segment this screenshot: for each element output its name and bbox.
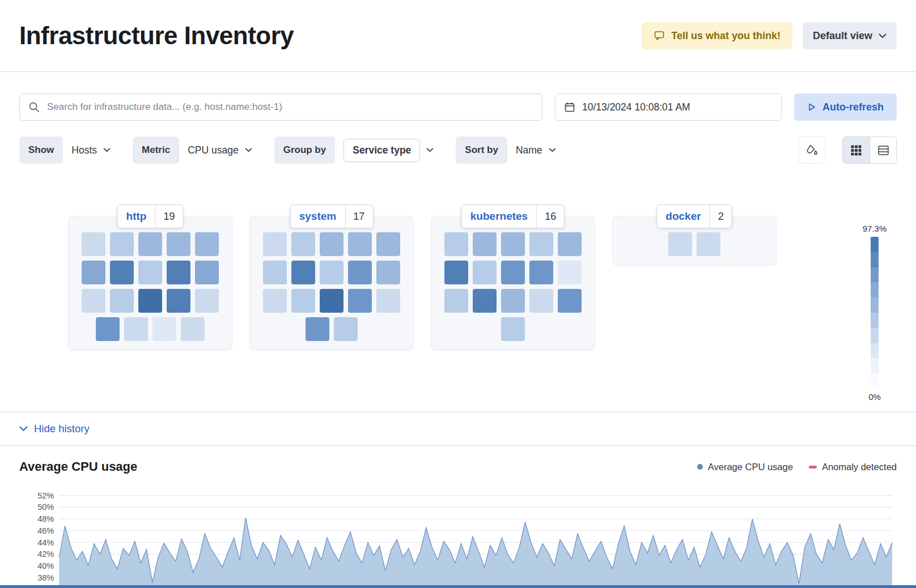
feedback-button[interactable]: Tell us what you think!: [642, 22, 792, 49]
host-node[interactable]: [558, 261, 582, 284]
color-palette-button[interactable]: [798, 137, 825, 164]
host-node[interactable]: [348, 289, 372, 313]
filter-toolbar: Show Hosts Metric CPU usage Group by Ser…: [0, 121, 916, 164]
host-node[interactable]: [291, 261, 315, 284]
host-node[interactable]: [444, 289, 468, 313]
table-view-button[interactable]: [870, 137, 896, 163]
host-node[interactable]: [501, 232, 525, 256]
cpu-history-chart[interactable]: 52%50%48%46%44%42%40%38%36%12:00:0015:00…: [19, 479, 897, 588]
group-name[interactable]: docker: [657, 210, 709, 223]
host-node[interactable]: [529, 289, 553, 313]
host-node[interactable]: [181, 317, 205, 341]
host-node[interactable]: [320, 289, 343, 313]
host-node[interactable]: [82, 261, 105, 284]
host-node[interactable]: [124, 317, 148, 341]
panel-resize-handle[interactable]: [0, 585, 916, 588]
waffle-groups: http19system17kubernetes16docker2: [0, 216, 916, 351]
host-node[interactable]: [195, 261, 219, 284]
group-by-filter-select[interactable]: Service type: [335, 137, 442, 164]
node-row: [444, 289, 582, 313]
host-node[interactable]: [138, 232, 162, 256]
host-node[interactable]: [167, 261, 190, 284]
group-name[interactable]: kubernetes: [462, 210, 536, 223]
page-title: Infrastructure Inventory: [19, 22, 294, 50]
query-toolbar: 10/13/2024 10:08:01 AM Auto-refresh: [0, 72, 916, 121]
chart-legend-item[interactable]: Anomaly detected: [809, 462, 897, 472]
host-node[interactable]: [96, 317, 120, 341]
sort-by-filter-select[interactable]: Name: [507, 137, 565, 164]
host-node[interactable]: [291, 289, 315, 313]
table-view-icon: [878, 145, 889, 156]
host-node[interactable]: [263, 261, 287, 284]
host-node[interactable]: [82, 232, 105, 256]
chevron-down-icon: [426, 148, 434, 152]
show-filter-select[interactable]: Hosts: [63, 137, 119, 164]
host-node[interactable]: [291, 232, 315, 256]
group-label-chip[interactable]: system17: [290, 204, 374, 228]
host-node[interactable]: [501, 317, 525, 341]
host-node[interactable]: [668, 232, 692, 256]
host-node[interactable]: [348, 261, 372, 284]
chevron-down-icon: [245, 148, 252, 152]
node-row: [82, 289, 219, 313]
host-node[interactable]: [558, 232, 582, 256]
host-node[interactable]: [444, 261, 468, 284]
host-node[interactable]: [320, 232, 343, 256]
chart-header: Average CPU usage Average CPU usageAnoma…: [19, 459, 897, 474]
host-node[interactable]: [529, 232, 553, 256]
node-row: [263, 232, 400, 256]
cpu-area-series: [59, 518, 892, 588]
host-node[interactable]: [195, 232, 219, 256]
group-name[interactable]: system: [291, 210, 345, 223]
chart-title: Average CPU usage: [19, 459, 137, 474]
group-label-chip[interactable]: docker2: [656, 204, 732, 228]
host-node[interactable]: [263, 289, 287, 313]
group-label-chip[interactable]: kubernetes16: [461, 204, 565, 228]
host-node[interactable]: [473, 232, 497, 256]
host-node[interactable]: [348, 232, 372, 256]
legend-min-label: 0%: [868, 392, 881, 402]
host-node[interactable]: [376, 232, 400, 256]
group-label-chip[interactable]: http19: [117, 204, 184, 228]
host-node[interactable]: [501, 289, 525, 313]
host-node[interactable]: [110, 289, 134, 313]
legend-step: [871, 343, 879, 359]
view-selector-button[interactable]: Default view: [803, 22, 897, 49]
host-node[interactable]: [473, 261, 497, 284]
host-node[interactable]: [320, 261, 343, 284]
host-node[interactable]: [529, 261, 553, 284]
host-node[interactable]: [558, 289, 582, 313]
history-toggle-bar: Hide history: [0, 412, 916, 446]
host-node[interactable]: [138, 261, 162, 284]
search-input[interactable]: [47, 101, 533, 113]
host-node[interactable]: [501, 261, 525, 284]
legend-step: [871, 313, 879, 328]
host-node[interactable]: [376, 289, 400, 313]
host-node[interactable]: [82, 289, 105, 313]
hide-history-link[interactable]: Hide history: [19, 423, 90, 435]
host-node[interactable]: [110, 232, 134, 256]
host-node[interactable]: [697, 232, 720, 256]
host-node[interactable]: [167, 232, 190, 256]
host-node[interactable]: [263, 232, 287, 256]
legend-step: [871, 237, 879, 252]
chevron-down-icon: [103, 148, 111, 152]
auto-refresh-button[interactable]: Auto-refresh: [794, 93, 897, 121]
date-picker-button[interactable]: 10/13/2024 10:08:01 AM: [555, 93, 782, 121]
host-node[interactable]: [376, 261, 400, 284]
grid-view-button[interactable]: [843, 137, 870, 163]
view-mode-toggle: [842, 137, 897, 164]
host-node[interactable]: [195, 289, 219, 313]
chart-legend-item[interactable]: Average CPU usage: [697, 462, 793, 472]
group-name[interactable]: http: [118, 210, 155, 223]
host-node[interactable]: [444, 232, 468, 256]
group-by-filter-value: Service type: [343, 139, 420, 162]
metric-filter-select[interactable]: CPU usage: [179, 137, 261, 164]
host-node[interactable]: [334, 317, 358, 341]
host-node[interactable]: [138, 289, 162, 313]
host-node[interactable]: [167, 289, 190, 313]
host-node[interactable]: [110, 261, 134, 284]
host-node[interactable]: [473, 289, 497, 313]
host-node[interactable]: [152, 317, 176, 341]
host-node[interactable]: [306, 317, 329, 341]
